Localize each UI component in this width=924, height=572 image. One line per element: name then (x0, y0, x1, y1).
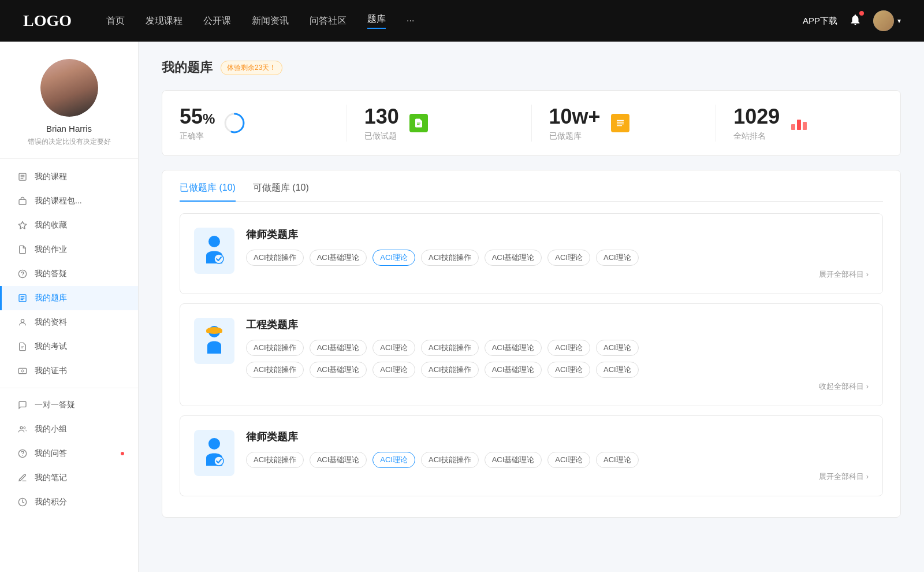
engineer-figure-icon (200, 325, 228, 357)
sidebar: Brian Harris 错误的决定比没有决定要好 我的课程 我的课程包... (0, 42, 139, 572)
group-icon (17, 424, 28, 434)
bell-icon (849, 13, 862, 26)
sidebar-label-qa: 我的答疑 (35, 269, 67, 279)
nav-home[interactable]: 首页 (106, 15, 125, 27)
tag-2-1-1[interactable]: ACI基础理论 (310, 362, 367, 378)
bank-card-1-expand-link[interactable]: 展开全部科目 › (819, 269, 869, 280)
sidebar-item-profile[interactable]: 我的资料 (0, 310, 138, 335)
nav-news[interactable]: 新闻资讯 (252, 15, 289, 27)
app-download-link[interactable]: APP下载 (803, 16, 837, 27)
tag-1-4[interactable]: ACI基础理论 (485, 250, 542, 266)
svg-point-33 (208, 236, 220, 247)
stat-done-q-label: 已做试题 (364, 131, 399, 142)
exam-icon (17, 341, 28, 352)
bank-card-2-collapse-link[interactable]: 收起全部科目 › (819, 381, 869, 392)
tab-available-banks[interactable]: 可做题库 (10) (253, 182, 309, 201)
sidebar-item-my-courses[interactable]: 我的课程 (0, 165, 138, 189)
sidebar-item-homework[interactable]: 我的作业 (0, 237, 138, 262)
tag-3-4[interactable]: ACI基础理论 (485, 452, 542, 468)
notification-bell[interactable] (849, 13, 862, 28)
tag-2-1-4[interactable]: ACI基础理论 (485, 362, 542, 378)
svg-point-20 (23, 455, 23, 456)
tag-2-0-0[interactable]: ACI技能操作 (246, 340, 304, 356)
bank-card-3-expand-link[interactable]: 展开全部科目 › (819, 471, 869, 482)
bank-card-2-header: 工程类题库 ACI技能操作 ACI基础理论 ACI理论 ACI技能操作 ACI基… (194, 318, 869, 392)
sidebar-item-notes[interactable]: 我的笔记 (0, 466, 138, 490)
nav-courses[interactable]: 发现课程 (146, 15, 182, 27)
stat-accuracy-values: 55% 正确率 (180, 105, 215, 142)
sidebar-item-exam[interactable]: 我的考试 (0, 335, 138, 359)
tag-1-3[interactable]: ACI技能操作 (421, 250, 479, 266)
bank-card-3-expand-row: 展开全部科目 › (246, 471, 869, 482)
qa-icon (17, 269, 28, 279)
tag-3-5[interactable]: ACI理论 (547, 452, 590, 468)
tag-2-1-5[interactable]: ACI理论 (547, 362, 590, 378)
sidebar-label-points: 我的积分 (35, 497, 67, 507)
stat-done-b-number: 10w+ (549, 105, 601, 129)
stat-rank-label: 全站排名 (733, 131, 780, 142)
tag-3-3[interactable]: ACI技能操作 (421, 452, 479, 468)
sidebar-label-homework: 我的作业 (35, 244, 67, 255)
tag-2-1-6[interactable]: ACI理论 (596, 362, 639, 378)
bank-icon-lawyer-2 (194, 430, 234, 476)
stat-done-banks: 10w+ 已做题库 (532, 105, 717, 142)
sidebar-label-course-pkg: 我的课程包... (35, 196, 82, 206)
tag-1-5[interactable]: ACI理论 (547, 250, 590, 266)
bank-card-1-tags: ACI技能操作 ACI基础理论 ACI理论 ACI技能操作 ACI基础理论 AC… (246, 250, 869, 266)
sidebar-item-favorites[interactable]: 我的收藏 (0, 213, 138, 237)
bank-card-2-tags-row1: ACI技能操作 ACI基础理论 ACI理论 ACI技能操作 ACI基础理论 AC… (246, 340, 869, 356)
tag-2-0-5[interactable]: ACI理论 (547, 340, 590, 356)
sidebar-item-course-pkg[interactable]: 我的课程包... (0, 189, 138, 213)
tag-1-2[interactable]: ACI理论 (372, 250, 415, 266)
tag-2-0-2[interactable]: ACI理论 (372, 340, 415, 356)
tag-2-1-2[interactable]: ACI理论 (372, 362, 415, 378)
header: LOGO 首页 发现课程 公开课 新闻资讯 问答社区 题库 ··· APP下载 … (0, 0, 924, 42)
user-avatar-container[interactable]: ▾ (873, 10, 901, 31)
done-banks-icon (609, 112, 632, 135)
tag-1-6[interactable]: ACI理论 (596, 250, 639, 266)
bank-card-1-body: 律师类题库 ACI技能操作 ACI基础理论 ACI理论 ACI技能操作 ACI基… (246, 228, 869, 280)
svg-point-18 (24, 427, 25, 429)
sidebar-label-my-courses: 我的课程 (35, 172, 67, 182)
bank-icon-lawyer-1 (194, 228, 234, 274)
tag-1-1[interactable]: ACI基础理论 (310, 250, 367, 266)
tag-3-6[interactable]: ACI理论 (596, 452, 639, 468)
sidebar-label-notes: 我的笔记 (35, 473, 67, 483)
tag-2-1-0[interactable]: ACI技能操作 (246, 362, 304, 378)
main-content: 我的题库 体验剩余23天！ 55% 正确率 (139, 42, 924, 572)
nav-qa[interactable]: 问答社区 (310, 15, 346, 27)
sidebar-item-bank[interactable]: 我的题库 (0, 286, 138, 310)
tag-2-0-6[interactable]: ACI理论 (596, 340, 639, 356)
tag-2-0-4[interactable]: ACI基础理论 (485, 340, 542, 356)
nav-bank[interactable]: 题库 (367, 13, 386, 29)
doc-icon (409, 114, 428, 132)
rank-icon (788, 112, 811, 135)
tag-3-2[interactable]: ACI理论 (372, 452, 415, 468)
sidebar-item-one-one[interactable]: 一对一答疑 (0, 393, 138, 417)
nav-open-course[interactable]: 公开课 (203, 15, 231, 27)
sidebar-item-question[interactable]: 我的问答 (0, 441, 138, 466)
bank-card-2-tags-row2: ACI技能操作 ACI基础理论 ACI理论 ACI技能操作 ACI基础理论 AC… (246, 362, 869, 378)
bank-card-3-header: 律师类题库 ACI技能操作 ACI基础理论 ACI理论 ACI技能操作 ACI基… (194, 430, 869, 482)
sidebar-item-group[interactable]: 我的小组 (0, 417, 138, 441)
svg-rect-31 (797, 120, 801, 130)
page-title-row: 我的题库 体验剩余23天！ (162, 59, 901, 76)
svg-rect-15 (18, 368, 26, 373)
sidebar-item-cert[interactable]: 我的证书 (0, 359, 138, 383)
bank-card-2: 工程类题库 ACI技能操作 ACI基础理论 ACI理论 ACI技能操作 ACI基… (180, 303, 883, 406)
bank-card-3-tags: ACI技能操作 ACI基础理论 ACI理论 ACI技能操作 ACI基础理论 AC… (246, 452, 869, 468)
tag-2-1-3[interactable]: ACI技能操作 (421, 362, 479, 378)
tag-2-0-1[interactable]: ACI基础理论 (310, 340, 367, 356)
tag-3-1[interactable]: ACI基础理论 (310, 452, 367, 468)
sidebar-item-points[interactable]: 我的积分 (0, 490, 138, 514)
nav-more[interactable]: ··· (407, 16, 414, 26)
tag-3-0[interactable]: ACI技能操作 (246, 452, 304, 468)
tag-2-0-3[interactable]: ACI技能操作 (421, 340, 479, 356)
tab-done-banks[interactable]: 已做题库 (10) (180, 182, 236, 201)
tag-1-0[interactable]: ACI技能操作 (246, 250, 304, 266)
sidebar-item-qa[interactable]: 我的答疑 (0, 262, 138, 286)
course-icon (17, 172, 28, 182)
sidebar-label-favorites: 我的收藏 (35, 220, 67, 231)
stat-accuracy-label: 正确率 (180, 131, 215, 142)
bank-card-2-body: 工程类题库 ACI技能操作 ACI基础理论 ACI理论 ACI技能操作 ACI基… (246, 318, 869, 392)
